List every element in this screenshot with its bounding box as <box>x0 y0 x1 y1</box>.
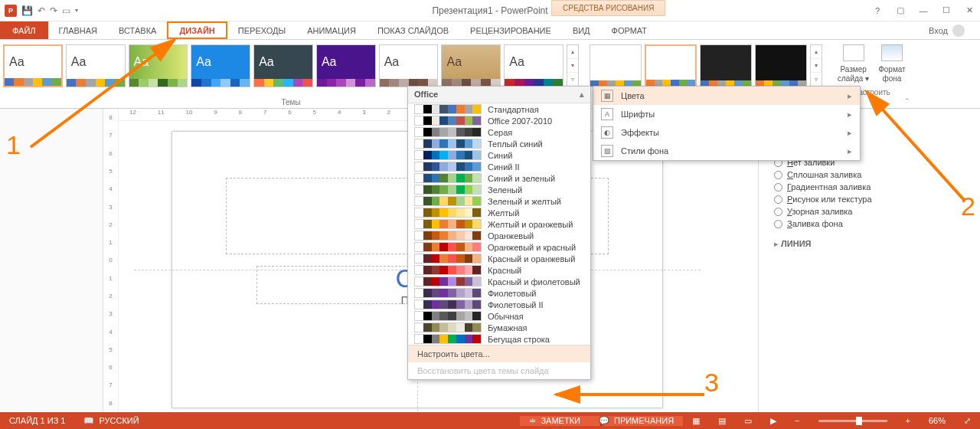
palette-icon: ▦ <box>601 90 613 102</box>
variant-thumb[interactable] <box>645 44 697 87</box>
color-scheme[interactable]: Желтый <box>408 207 590 218</box>
color-scheme[interactable]: Красный и оранжевый <box>408 253 590 264</box>
redo-icon[interactable]: ↷ <box>50 5 57 16</box>
tab-вид[interactable]: ВИД <box>562 21 601 39</box>
theme-thumb[interactable]: Aa <box>66 44 126 87</box>
theme-thumb[interactable]: Aa <box>316 44 376 87</box>
variant-thumb[interactable] <box>590 44 642 87</box>
notes-button[interactable]: ≐ ЗАМЕТКИ <box>520 416 590 426</box>
status-bar: СЛАЙД 1 ИЗ 1 📖 РУССКИЙ ≐ ЗАМЕТКИ 💬 ПРИМЕ… <box>0 412 980 429</box>
scheme-menu-header: Office▴ <box>408 87 590 103</box>
zoom-value[interactable]: 66% <box>920 416 955 425</box>
fill-option[interactable]: Рисунок или текстура <box>774 195 980 204</box>
slide-size-button[interactable]: Размер слайда ▾ <box>838 44 869 84</box>
fill-option[interactable]: Сплошная заливка <box>774 170 980 179</box>
color-scheme[interactable]: Красный и фиолетовый <box>408 276 590 287</box>
window-title: Презентация1 - PowerPoint <box>432 5 547 16</box>
tab-вставка[interactable]: ВСТАВКА <box>108 21 167 39</box>
view-slideshow-icon[interactable]: ▶ <box>761 416 786 426</box>
color-scheme[interactable]: Стандартная <box>408 103 590 115</box>
effects-icon: ◐ <box>601 126 613 139</box>
theme-thumb[interactable]: Aa <box>441 44 501 87</box>
maximize-icon[interactable]: ☐ <box>936 3 957 18</box>
color-scheme[interactable]: Фиолетовый <box>408 287 590 299</box>
color-scheme[interactable]: Желтый и оранжевый <box>408 218 590 230</box>
view-reading-icon[interactable]: ▭ <box>735 416 761 426</box>
color-scheme[interactable]: Серая <box>408 126 590 138</box>
menu-effects[interactable]: ◐Эффекты▸ <box>593 123 860 142</box>
avatar-icon <box>952 25 965 37</box>
color-scheme[interactable]: Оранжевый и красный <box>408 241 590 253</box>
close-icon[interactable]: ✕ <box>959 3 980 18</box>
variant-thumb[interactable] <box>700 44 752 87</box>
view-normal-icon[interactable]: ▦ <box>683 416 709 426</box>
fill-option[interactable]: Узорная заливка <box>774 207 980 216</box>
color-scheme[interactable]: Оранжевый <box>408 230 590 241</box>
minimize-icon[interactable]: — <box>913 3 934 18</box>
tab-file[interactable]: ФАЙЛ <box>0 21 48 39</box>
theme-thumb[interactable]: Aa <box>129 44 188 87</box>
zoom-out-icon[interactable]: − <box>786 416 808 425</box>
zoom-in-icon[interactable]: + <box>897 416 920 425</box>
variants-more[interactable]: ▴▾▿ <box>810 44 822 87</box>
comments-button[interactable]: 💬 ПРИМЕЧАНИЯ <box>590 416 683 426</box>
ribbon-tabs: ФАЙЛ ГЛАВНАЯВСТАВКАДИЗАЙНПЕРЕХОДЫАНИМАЦИ… <box>0 21 980 40</box>
color-scheme[interactable]: Красный <box>408 264 590 276</box>
bg-styles-icon: ▧ <box>601 145 613 157</box>
sign-in[interactable]: Вход <box>929 21 980 39</box>
start-slideshow-icon[interactable]: ▭ <box>62 5 70 16</box>
save-icon[interactable]: 💾 <box>21 5 33 16</box>
language-indicator[interactable]: 📖 РУССКИЙ <box>74 416 148 426</box>
scroll-up-icon[interactable]: ▴ <box>580 90 584 100</box>
menu-fonts[interactable]: AШрифты▸ <box>593 105 860 123</box>
color-scheme[interactable]: Синий и зеленый <box>408 172 590 184</box>
menu-colors[interactable]: ▦Цвета▸ <box>593 87 860 105</box>
vertical-ruler: 87654321012345678 <box>103 109 119 412</box>
zoom-slider[interactable] <box>809 420 897 422</box>
qat-more-icon[interactable]: ▾ <box>75 7 78 14</box>
theme-thumb[interactable]: Aa <box>191 44 250 87</box>
tab-анимация[interactable]: АНИМАЦИЯ <box>296 21 367 39</box>
ribbon-options-icon[interactable]: ▢ <box>890 3 911 18</box>
reset-theme-colors: Восстановить цвета темы слайда <box>408 362 590 379</box>
tab-рецензирование[interactable]: РЕЦЕНЗИРОВАНИЕ <box>459 21 562 39</box>
theme-thumb[interactable]: Aa <box>253 44 313 87</box>
customize-colors[interactable]: Настроить цвета... <box>408 345 590 362</box>
collapse-ribbon-icon[interactable]: ˆ <box>906 97 909 106</box>
quick-access-toolbar: P 💾 ↶ ↷ ▭ ▾ <box>0 5 83 17</box>
color-scheme[interactable]: Бегущая строка <box>408 333 590 345</box>
color-scheme[interactable]: Office 2007-2010 <box>408 115 590 126</box>
color-scheme[interactable]: Фиолетовый II <box>408 299 590 310</box>
variants-submenu: ▦Цвета▸ AШрифты▸ ◐Эффекты▸ ▧Стили фона▸ <box>593 86 861 161</box>
color-scheme[interactable]: Зеленый <box>408 184 590 195</box>
fill-option[interactable]: Градиентная заливка <box>774 182 980 192</box>
menu-bg-styles[interactable]: ▧Стили фона▸ <box>593 142 860 160</box>
tab-показ слайдов[interactable]: ПОКАЗ СЛАЙДОВ <box>367 21 459 39</box>
line-section[interactable]: ЛИНИЯ <box>774 239 980 249</box>
fill-option[interactable]: Заливка фона <box>774 219 980 228</box>
fit-to-window-icon[interactable]: ⤢ <box>955 416 980 426</box>
color-scheme[interactable]: Теплый синий <box>408 138 590 149</box>
color-scheme[interactable]: Синий <box>408 149 590 161</box>
color-scheme[interactable]: Обычная <box>408 310 590 322</box>
theme-thumb[interactable]: Aa <box>379 44 439 87</box>
slide-counter[interactable]: СЛАЙД 1 ИЗ 1 <box>0 416 74 425</box>
view-sorter-icon[interactable]: ▤ <box>709 416 735 426</box>
fonts-icon: A <box>601 108 613 120</box>
tab-переходы[interactable]: ПЕРЕХОДЫ <box>227 21 296 39</box>
help-icon[interactable]: ? <box>867 3 888 18</box>
themes-more[interactable]: ▴▾▿ <box>567 44 579 87</box>
contextual-tab-label: СРЕДСТВА РИСОВАНИЯ <box>551 0 665 16</box>
color-scheme[interactable]: Зеленый и желтый <box>408 195 590 207</box>
slide-thumbnail-pane[interactable] <box>0 109 103 412</box>
tab-дизайн[interactable]: ДИЗАЙН <box>167 21 227 39</box>
format-background-button[interactable]: Формат фона <box>878 44 906 84</box>
theme-thumb[interactable]: Aa <box>504 44 564 87</box>
color-scheme[interactable]: Синий II <box>408 161 590 172</box>
tab-формат[interactable]: ФОРМАТ <box>601 21 658 39</box>
variant-thumb[interactable] <box>755 44 807 87</box>
color-scheme[interactable]: Бумажная <box>408 322 590 333</box>
theme-thumb[interactable]: Aa <box>3 44 63 87</box>
undo-icon[interactable]: ↶ <box>38 5 45 16</box>
tab-главная[interactable]: ГЛАВНАЯ <box>48 21 108 39</box>
